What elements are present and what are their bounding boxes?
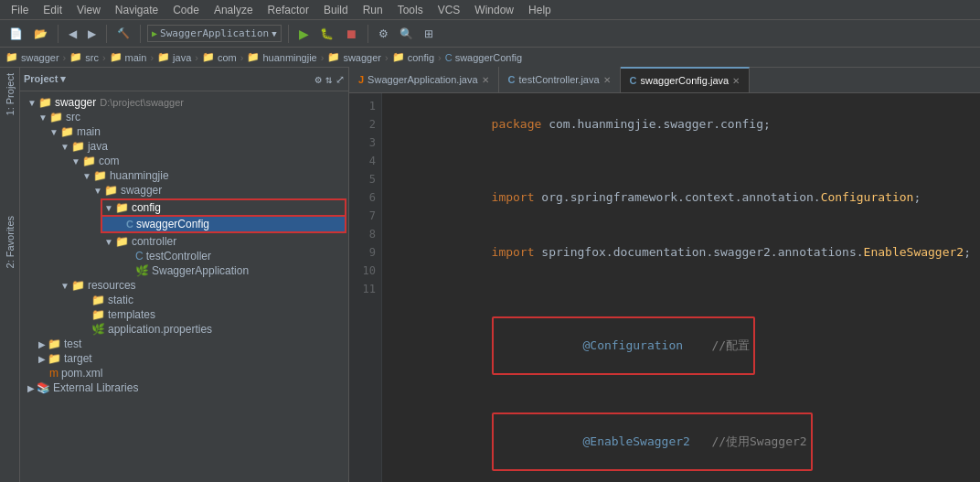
- run-button[interactable]: ▶: [295, 25, 313, 43]
- tab-label-test-ctrl: testController.java: [519, 74, 600, 85]
- menu-vcs[interactable]: VCS: [431, 2, 468, 18]
- breadcrumb-src[interactable]: 📁 src: [69, 51, 99, 63]
- search-button[interactable]: 🔍: [396, 26, 417, 42]
- editor-area: J SwaggerApplication.java ✕ C testContro…: [349, 68, 980, 482]
- tree-label-static: static: [108, 294, 133, 306]
- menu-analyze[interactable]: Analyze: [207, 2, 261, 18]
- tree-item-config[interactable]: 📁 config: [101, 198, 346, 217]
- breadcrumb-swagger2[interactable]: 📁 swagger: [327, 51, 381, 63]
- tree-item-appprops[interactable]: 🌿 application.properties: [20, 322, 348, 337]
- tree-item-com[interactable]: 📁 com: [20, 154, 348, 168]
- tree-arrow-main: [49, 127, 59, 137]
- java-icon-tab2: C: [508, 74, 516, 85]
- run-config-dropdown[interactable]: ▶ SwaggerApplication ▼: [147, 25, 282, 42]
- tree-item-controller[interactable]: 📁 controller: [20, 234, 348, 249]
- menu-edit[interactable]: Edit: [36, 2, 69, 18]
- terminal-button[interactable]: ⊞: [421, 26, 437, 42]
- menu-run[interactable]: Run: [356, 2, 390, 18]
- tree-item-swaggerconfig[interactable]: C swaggerConfig: [101, 217, 346, 233]
- tree-arrow-swcfg: [115, 220, 124, 230]
- vertical-tabs: 1: Project 2: Favorites: [0, 68, 20, 482]
- tab-close-test-ctrl[interactable]: ✕: [603, 75, 611, 85]
- tab-close-swagger-app[interactable]: ✕: [482, 75, 489, 85]
- new-file-button[interactable]: 📄: [5, 26, 27, 42]
- toolbar-sep-1: [58, 25, 59, 43]
- tab-close-swagger-cfg[interactable]: ✕: [732, 76, 740, 86]
- menu-window[interactable]: Window: [467, 2, 521, 18]
- toolbar-sep-3: [140, 25, 141, 43]
- java-config-icon: C: [126, 219, 133, 230]
- tree-label-extlibs: External Libraries: [53, 381, 138, 394]
- folder-icon-sw2: 📁: [104, 184, 118, 197]
- tree-item-target[interactable]: 📁 target: [20, 351, 348, 366]
- tree-arrow-src: [38, 112, 48, 123]
- menu-file[interactable]: File: [4, 2, 36, 18]
- expand-icon[interactable]: ⤢: [336, 73, 345, 86]
- tree-item-extlibs[interactable]: 📚 External Libraries: [20, 380, 348, 395]
- menu-build[interactable]: Build: [316, 2, 356, 18]
- breadcrumb-main[interactable]: 📁 main: [110, 51, 147, 63]
- folder-icon-src: 📁: [69, 51, 82, 63]
- code-editor[interactable]: 1 2 3 4 5 6 7 8 9 10 11 package com.huan…: [349, 93, 980, 482]
- favorites-tab[interactable]: 2: Favorites: [5, 216, 16, 268]
- build-button[interactable]: 🔨: [113, 26, 133, 41]
- folder-icon-java: 📁: [157, 51, 170, 63]
- menu-refactor[interactable]: Refactor: [261, 2, 316, 18]
- tree-label-main: main: [77, 125, 101, 138]
- menu-code[interactable]: Code: [165, 2, 207, 18]
- menu-tools[interactable]: Tools: [390, 2, 431, 18]
- menu-navigate[interactable]: Navigate: [108, 2, 165, 18]
- tree-item-pomxml[interactable]: m pom.xml: [20, 366, 348, 380]
- folder-icon-hm2: 📁: [93, 169, 107, 182]
- toolbar-sep-5: [368, 25, 368, 43]
- tree-item-main[interactable]: 📁 main: [20, 124, 348, 139]
- tree-item-resources[interactable]: 📁 resources: [20, 278, 348, 293]
- breadcrumb-swagger[interactable]: 📁 swagger: [5, 51, 59, 63]
- folder-icon-hm: 📁: [247, 51, 260, 63]
- code-line-5: [391, 280, 971, 298]
- breadcrumb-config[interactable]: 📁 config: [392, 51, 434, 63]
- tab-swagger-cfg[interactable]: C swaggerConfig.java ✕: [621, 67, 751, 92]
- gear-icon[interactable]: ⚙: [315, 73, 322, 86]
- stop-button[interactable]: ⏹: [341, 25, 361, 43]
- tree-arrow-hm: [82, 171, 91, 181]
- forward-button[interactable]: ▶: [84, 26, 100, 42]
- settings-button[interactable]: ⚙: [375, 26, 392, 42]
- tree-item-src[interactable]: 📁 src: [20, 110, 348, 124]
- tree-item-static[interactable]: 📁 static: [20, 293, 348, 307]
- folder-icon-extlibs: 📚: [37, 381, 50, 394]
- tree-item-testcontroller[interactable]: C testController: [20, 249, 348, 263]
- tree-item-test[interactable]: 📁 test: [20, 337, 348, 351]
- tree-arrow-pom: [38, 369, 48, 379]
- tree-label-res: resources: [88, 279, 136, 292]
- tab-test-ctrl[interactable]: C testController.java ✕: [499, 67, 621, 92]
- breadcrumb-com[interactable]: 📁 com: [202, 51, 237, 63]
- tree-arrow-java: [60, 142, 69, 152]
- debug-button[interactable]: 🐛: [316, 26, 337, 42]
- sort-icon[interactable]: ⇅: [325, 73, 332, 86]
- tree-label-java: java: [88, 140, 108, 153]
- menu-help[interactable]: Help: [521, 2, 559, 18]
- tab-swagger-app[interactable]: J SwaggerApplication.java ✕: [349, 67, 499, 92]
- tree-item-swagger-root[interactable]: 📁 swagger D:\project\swagger: [20, 95, 348, 110]
- tree-item-templates[interactable]: 📁 templates: [20, 307, 348, 322]
- menu-view[interactable]: View: [69, 2, 108, 18]
- project-tab[interactable]: 1: Project: [5, 73, 16, 115]
- tree-arrow-target: [38, 354, 46, 364]
- open-button[interactable]: 📂: [30, 26, 51, 42]
- tree-item-swaggerapp[interactable]: 🌿 SwaggerApplication: [20, 263, 348, 278]
- tree-item-java[interactable]: 📁 java: [20, 139, 348, 154]
- tree-item-huanmingjie[interactable]: 📁 huanmingjie: [20, 168, 348, 183]
- sidebar: 1: Project 2: Favorites Project ▾ ⚙ ⇅ ⤢ …: [0, 68, 349, 482]
- folder-icon-res: 📁: [71, 279, 85, 292]
- tree-item-swagger-sub[interactable]: 📁 swagger: [20, 183, 348, 198]
- run-config-label: SwaggerApplication: [160, 27, 269, 39]
- breadcrumb-java[interactable]: 📁 java: [157, 51, 191, 63]
- back-button[interactable]: ◀: [65, 26, 80, 42]
- breadcrumb-swaggerconfig[interactable]: C swaggerConfig: [445, 52, 522, 63]
- breadcrumb-huanmingjie[interactable]: 📁 huanmingjie: [247, 51, 316, 63]
- tree-label-pom: pom.xml: [61, 367, 102, 380]
- tree-label-sw-sub: swagger: [121, 184, 162, 197]
- props-icon: 🌿: [91, 323, 105, 336]
- breadcrumb-sep-3: ›: [150, 52, 154, 63]
